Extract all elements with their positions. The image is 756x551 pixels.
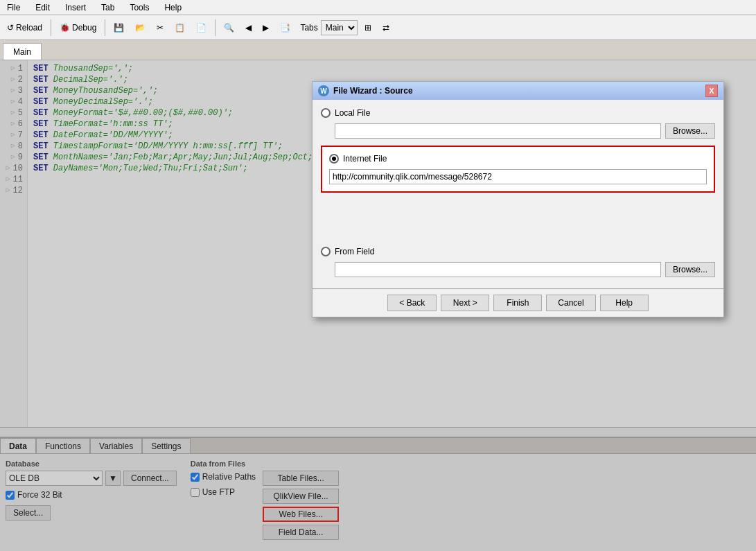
local-file-row: Local File xyxy=(321,108,715,118)
from-field-browse-button[interactable]: Browse... xyxy=(665,262,715,277)
menu-bar: File Edit Insert Tab Tools Help xyxy=(0,0,756,15)
main-content: ▷1 ▷2 ▷3 ▷4 ▷5 ▷6 ▷7 ▷8 ▷9 ▷10 ▷11 ▷12 S… xyxy=(0,60,756,551)
file-wizard-dialog: W File Wizard : Source X Local File Brow… xyxy=(312,81,724,317)
local-file-input-row: Browse... xyxy=(335,123,715,139)
dialog-title: File Wizard : Source xyxy=(333,86,701,96)
url-row xyxy=(329,169,707,184)
toolbar-btn-4[interactable]: 📋 xyxy=(170,18,189,37)
dialog-titlebar: W File Wizard : Source X xyxy=(313,82,723,100)
main-tab-bar: Main xyxy=(0,40,756,60)
toolbar-separator-3 xyxy=(215,19,216,36)
reload-button[interactable]: ↺ Reload xyxy=(3,18,46,37)
menu-help[interactable]: Help xyxy=(160,1,186,14)
toolbar-separator-1 xyxy=(51,19,51,36)
toolbar: ↺ Reload 🐞 Debug 💾 📂 ✂ 📋 📄 🔍 ◀ ▶ 📑 Tabs … xyxy=(0,15,756,40)
toolbar-btn-2[interactable]: 📂 xyxy=(131,18,150,37)
toolbar-btn-6[interactable]: 🔍 xyxy=(220,18,238,37)
debug-icon: 🐞 xyxy=(60,23,70,33)
menu-tools[interactable]: Tools xyxy=(125,1,153,14)
toolbar-btn-5[interactable]: 📄 xyxy=(192,18,211,37)
toolbar-btn-9[interactable]: 📑 xyxy=(276,18,295,37)
internet-file-section: Internet File xyxy=(321,146,715,193)
menu-insert[interactable]: Insert xyxy=(61,1,90,14)
from-field-label: From Field xyxy=(335,247,374,256)
menu-tab[interactable]: Tab xyxy=(97,1,118,14)
local-file-input[interactable] xyxy=(335,123,661,139)
menu-file[interactable]: File xyxy=(3,1,24,14)
internet-file-radio[interactable] xyxy=(329,154,339,164)
local-file-label: Local File xyxy=(335,108,370,118)
dialog-close-button[interactable]: X xyxy=(705,85,718,97)
help-button[interactable]: Help xyxy=(600,295,649,311)
toolbar-btn-7[interactable]: ◀ xyxy=(241,18,256,37)
debug-button[interactable]: 🐞 Debug xyxy=(55,18,100,37)
from-field-row: From Field xyxy=(321,247,715,256)
local-file-radio[interactable] xyxy=(321,108,331,118)
internet-file-label: Internet File xyxy=(343,154,387,164)
internet-file-row: Internet File xyxy=(329,154,707,164)
from-field-input[interactable] xyxy=(335,262,661,277)
cancel-button[interactable]: Cancel xyxy=(546,295,595,311)
back-button[interactable]: < Back xyxy=(387,295,437,311)
from-field-section: From Field Browse... xyxy=(321,247,715,277)
from-field-input-row: Browse... xyxy=(335,262,715,277)
reload-icon: ↺ xyxy=(7,23,14,33)
url-input[interactable] xyxy=(329,169,707,184)
toolbar-btn-3[interactable]: ✂ xyxy=(152,18,168,37)
toolbar-separator-2 xyxy=(105,19,105,36)
dialog-icon: W xyxy=(318,85,329,96)
local-file-browse-button[interactable]: Browse... xyxy=(665,123,715,139)
next-button[interactable]: Next > xyxy=(441,295,489,311)
finish-button[interactable]: Finish xyxy=(493,295,542,311)
toolbar-btn-8[interactable]: ▶ xyxy=(258,18,273,37)
dialog-footer: < Back Next > Finish Cancel Help xyxy=(313,288,723,317)
dialog-body: Local File Browse... Internet File xyxy=(313,100,723,288)
toolbar-btn-10[interactable]: ⊞ xyxy=(360,18,376,37)
toolbar-btn-11[interactable]: ⇄ xyxy=(378,18,394,37)
spacer xyxy=(321,200,715,241)
menu-edit[interactable]: Edit xyxy=(31,1,54,14)
tabs-select[interactable]: Main xyxy=(321,20,358,35)
tab-main[interactable]: Main xyxy=(3,43,42,60)
from-field-radio[interactable] xyxy=(321,247,331,256)
toolbar-btn-1[interactable]: 💾 xyxy=(109,18,128,37)
